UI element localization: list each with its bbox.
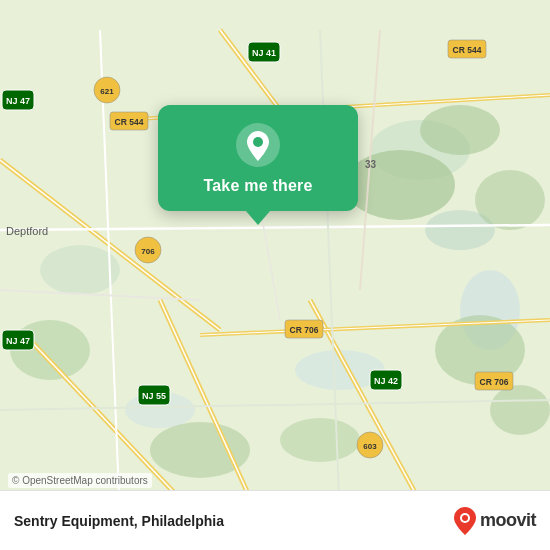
popup-card: Take me there: [158, 105, 358, 211]
svg-point-8: [420, 105, 500, 155]
svg-text:NJ 42: NJ 42: [374, 376, 398, 386]
svg-point-64: [253, 137, 263, 147]
svg-text:NJ 55: NJ 55: [142, 391, 166, 401]
map-container: NJ 47 NJ 47 NJ 41 NJ 55 NJ 42 CR 544 CR …: [0, 0, 550, 550]
svg-text:603: 603: [363, 442, 377, 451]
map-background: NJ 47 NJ 47 NJ 41 NJ 55 NJ 42 CR 544 CR …: [0, 0, 550, 550]
svg-text:NJ 41: NJ 41: [252, 48, 276, 58]
svg-text:621: 621: [100, 87, 114, 96]
svg-text:NJ 47: NJ 47: [6, 336, 30, 346]
svg-point-66: [462, 515, 468, 521]
svg-text:CR 706: CR 706: [290, 325, 319, 335]
take-me-there-button[interactable]: Take me there: [203, 177, 312, 195]
moovit-pin-icon: [454, 507, 476, 535]
svg-text:CR 544: CR 544: [453, 45, 482, 55]
svg-text:NJ 47: NJ 47: [6, 96, 30, 106]
svg-text:CR 544: CR 544: [115, 117, 144, 127]
svg-text:706: 706: [141, 247, 155, 256]
svg-text:33: 33: [365, 159, 377, 170]
map-attribution: © OpenStreetMap contributors: [8, 473, 152, 488]
location-name: Sentry Equipment, Philadelphia: [14, 513, 454, 529]
svg-point-7: [345, 150, 455, 220]
svg-point-9: [475, 170, 545, 230]
moovit-text: moovit: [480, 510, 536, 531]
svg-point-14: [280, 418, 360, 462]
location-pin-icon: [236, 123, 280, 167]
bottom-bar: Sentry Equipment, Philadelphia moovit: [0, 490, 550, 550]
svg-text:Deptford: Deptford: [6, 225, 48, 237]
attribution-text: © OpenStreetMap contributors: [12, 475, 148, 486]
svg-text:CR 706: CR 706: [480, 377, 509, 387]
svg-point-4: [40, 245, 120, 295]
svg-point-11: [490, 385, 550, 435]
moovit-logo: moovit: [454, 507, 536, 535]
